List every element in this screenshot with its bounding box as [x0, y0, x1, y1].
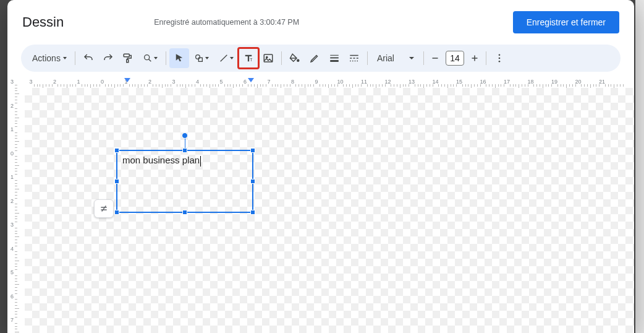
caret-down-icon — [63, 57, 67, 59]
resize-handle-e[interactable] — [250, 179, 255, 184]
svg-text:T: T — [250, 58, 252, 62]
resize-handle-s[interactable] — [182, 210, 187, 215]
image-tool-button[interactable] — [258, 48, 278, 68]
toolbar-separator — [486, 51, 486, 65]
save-and-close-button[interactable]: Enregistrer et fermer — [513, 11, 619, 33]
text-box-selected[interactable]: mon business plan — [116, 150, 253, 213]
caret-down-icon — [409, 57, 414, 59]
line-icon — [219, 53, 229, 63]
pencil-icon — [309, 53, 320, 64]
toolbar-separator — [367, 51, 368, 65]
ruler-label: 2 — [148, 79, 151, 85]
canvas-area: 3210123456789101112131415161718192021 32… — [7, 77, 634, 333]
svg-point-7 — [266, 56, 268, 58]
ruler-label: 6 — [11, 293, 14, 300]
ruler-label: 4 — [11, 246, 14, 252]
line-weight-icon — [329, 53, 340, 64]
redo-button[interactable] — [98, 48, 118, 68]
actions-menu-button[interactable]: Actions — [26, 48, 72, 68]
ruler-label: 13 — [409, 79, 415, 85]
svg-rect-11 — [330, 60, 339, 62]
floating-suggestion-button[interactable] — [94, 199, 114, 218]
select-tool-button[interactable] — [169, 48, 189, 68]
ruler-label: 1 — [11, 126, 14, 132]
line-tool-button[interactable] — [214, 48, 239, 68]
svg-rect-0 — [124, 54, 129, 57]
caret-down-icon — [230, 57, 234, 59]
shape-tool-button[interactable] — [189, 48, 214, 68]
zoom-icon — [143, 53, 153, 63]
font-family-selector[interactable]: Arial — [371, 48, 420, 68]
not-equal-icon — [99, 204, 109, 214]
increase-font-size-button[interactable] — [467, 48, 483, 68]
vertical-ruler[interactable]: 321012345678 — [7, 77, 19, 333]
redo-icon — [103, 53, 114, 64]
ruler-label: 3 — [29, 79, 32, 85]
resize-handle-sw[interactable] — [114, 210, 119, 215]
border-dash-button[interactable] — [344, 48, 364, 68]
ruler-label: 19 — [551, 79, 557, 85]
ruler-label: 6 — [244, 79, 247, 85]
ruler-label: 1 — [77, 79, 80, 85]
ruler-label: 2 — [53, 79, 56, 85]
ruler-label: 14 — [432, 79, 438, 85]
undo-icon — [83, 53, 94, 64]
horizontal-ruler[interactable]: 3210123456789101112131415161718192021 — [25, 77, 634, 88]
more-vertical-icon — [494, 53, 505, 64]
resize-handle-se[interactable] — [250, 210, 255, 215]
text-box-content[interactable]: mon business plan — [117, 151, 252, 170]
ruler-label: 12 — [384, 79, 391, 85]
paint-format-button[interactable] — [118, 48, 138, 68]
caret-down-icon — [205, 57, 209, 59]
svg-rect-9 — [330, 55, 339, 56]
toolbar: Actions T — [21, 45, 621, 72]
ruler-label: 2 — [11, 103, 14, 109]
toolbar-separator — [75, 51, 75, 65]
minus-icon — [430, 53, 441, 64]
font-size-input[interactable] — [446, 51, 464, 66]
paint-bucket-icon — [289, 53, 300, 64]
ruler-label: 5 — [11, 269, 14, 275]
toolbar-separator — [166, 51, 166, 65]
plus-icon — [469, 53, 480, 64]
ruler-label: 9 — [315, 79, 318, 85]
zoom-button[interactable] — [138, 48, 163, 68]
more-options-button[interactable] — [489, 48, 509, 68]
ruler-label: 1 — [11, 174, 14, 180]
shapes-icon — [194, 53, 204, 63]
dialog-header: Dessin Enregistré automatiquement à 3:00… — [7, 0, 634, 40]
actions-label: Actions — [32, 53, 61, 63]
text-caret — [200, 156, 201, 166]
svg-point-14 — [499, 61, 501, 63]
rotation-handle[interactable] — [182, 132, 188, 139]
text-content: mon business plan — [122, 155, 200, 165]
ruler-label: 3 — [11, 79, 14, 85]
ruler-label: 20 — [575, 79, 581, 85]
ruler-label: 0 — [11, 150, 14, 157]
drawing-canvas[interactable]: mon business plan — [25, 88, 634, 333]
ruler-label: 18 — [527, 79, 533, 85]
svg-point-2 — [145, 55, 150, 60]
font-size-control — [427, 48, 483, 68]
undo-button[interactable] — [78, 48, 98, 68]
ruler-label: 2 — [11, 198, 14, 204]
ruler-label: 7 — [11, 317, 14, 323]
toolbar-separator — [281, 51, 282, 65]
ruler-label: 21 — [599, 79, 605, 85]
line-dash-icon — [349, 53, 360, 64]
textbox-tool-button[interactable]: T — [239, 48, 258, 68]
ruler-label: 16 — [480, 79, 486, 85]
drawing-dialog: Dessin Enregistré automatiquement à 3:00… — [7, 0, 634, 333]
ruler-label: 17 — [504, 79, 510, 85]
border-color-button[interactable] — [305, 48, 324, 68]
background-strip — [635, 0, 644, 333]
font-family-label: Arial — [377, 53, 394, 63]
border-weight-button[interactable] — [324, 48, 344, 68]
fill-color-button[interactable] — [285, 48, 305, 68]
svg-point-13 — [499, 58, 501, 59]
decrease-font-size-button[interactable] — [427, 48, 443, 68]
resize-handle-w[interactable] — [114, 179, 119, 184]
image-icon — [263, 53, 274, 64]
svg-point-8 — [297, 59, 299, 61]
paint-roller-icon — [122, 53, 133, 64]
